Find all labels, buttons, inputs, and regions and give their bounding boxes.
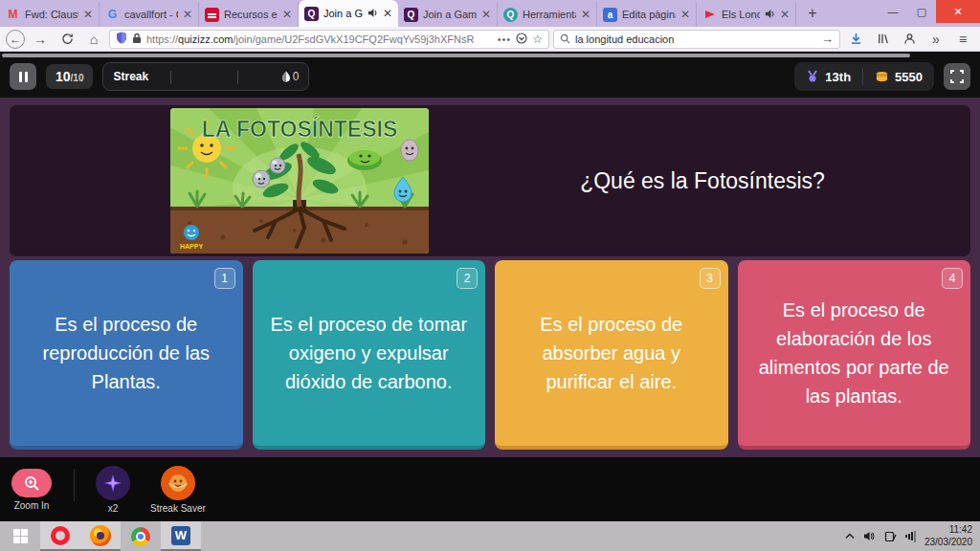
taskbar-opera[interactable]	[40, 521, 80, 551]
search-bar[interactable]: la longitud educacion →	[553, 30, 840, 49]
url-text: https://quizizz.com/join/game/U2FsdGVkX1…	[146, 33, 493, 45]
powerup-x2[interactable]: x2	[96, 466, 130, 514]
powerup-streak-saver[interactable]: Streak Saver	[150, 466, 206, 514]
volume-icon[interactable]	[863, 531, 876, 541]
tab-els-london[interactable]: Els London N ✕	[697, 2, 796, 27]
pocket-icon[interactable]	[516, 31, 527, 48]
taskbar-clock[interactable]: 11:42 23/03/2020	[924, 524, 972, 548]
gencat-icon	[205, 8, 219, 22]
page-actions-icon[interactable]: •••	[498, 33, 512, 45]
firefox-icon	[90, 525, 111, 546]
google-icon: G	[105, 8, 120, 22]
clock-date: 23/03/2020	[924, 537, 972, 549]
fullscreen-button[interactable]	[944, 63, 970, 90]
powerup-label: Streak Saver	[150, 503, 206, 514]
search-input-value[interactable]: la longitud educacion	[575, 33, 816, 45]
network-signal-icon[interactable]	[905, 531, 916, 542]
close-icon[interactable]: ✕	[383, 7, 392, 20]
browser-tab-bar: M Fwd: Claustres V ✕ G cavallfort - Cerc…	[0, 0, 980, 27]
tab-title: Herramientas d	[523, 9, 576, 20]
taskbar-word[interactable]: W	[161, 521, 201, 551]
tab-gmail[interactable]: M Fwd: Claustres V ✕	[0, 2, 100, 27]
option-number-badge: 4	[942, 268, 963, 289]
tab-gencat[interactable]: Recursos extern ✕	[199, 2, 299, 27]
pause-button[interactable]	[10, 63, 36, 90]
account-icon[interactable]	[898, 30, 921, 49]
close-icon[interactable]: ✕	[183, 8, 192, 21]
tab-audio-icon[interactable]	[368, 8, 378, 20]
windows-taskbar: W 11:42 23/03/2020	[0, 521, 980, 551]
svg-text:HAPPY: HAPPY	[180, 243, 203, 250]
close-icon[interactable]: ✕	[680, 8, 690, 21]
quizizz-q-icon: Q	[503, 8, 518, 22]
back-button[interactable]: ←	[6, 30, 25, 49]
option-text: Es el proceso de elaboración de los alim…	[751, 296, 958, 410]
close-icon[interactable]: ✕	[581, 8, 590, 21]
windows-logo-icon	[13, 529, 28, 543]
tray-chevron-icon[interactable]	[845, 533, 855, 540]
browser-nav-bar: ← → ⌂ https://quizizz.com/join/game/U2Fs…	[0, 27, 980, 52]
powerup-zoom-in[interactable]: Zoom In	[11, 469, 52, 511]
quiz-main: LA FOTOSÍNTESIS HAPPY ¿Qué es la Fotosín…	[0, 98, 980, 457]
taskbar-firefox[interactable]	[80, 521, 121, 551]
answer-option-4[interactable]: 4 Es el proceso de elaboración de los al…	[738, 260, 971, 450]
x2-sparkle-icon	[102, 473, 123, 494]
new-tab-button[interactable]: +	[796, 5, 829, 22]
answer-option-1[interactable]: 1 Es el proceso de reproducción de las P…	[10, 260, 243, 450]
powerup-label: Zoom In	[14, 500, 50, 511]
news-icon	[702, 8, 717, 22]
trophy-icon	[806, 70, 819, 83]
tab-title: Join a Game	[323, 8, 363, 19]
window-maximize-button[interactable]: ▢	[907, 0, 936, 23]
overflow-menu-icon[interactable]: »	[924, 30, 947, 49]
url-bar[interactable]: https://quizizz.com/join/game/U2FsdGVkX1…	[109, 30, 549, 49]
tab-join-a-game-active[interactable]: Q Join a Game ✕	[299, 0, 398, 27]
option-number-badge: 1	[214, 268, 235, 289]
tab-edita-pagina[interactable]: a Edita pàgina ‹ Es ✕	[597, 2, 697, 27]
streak-meter: Streak 0	[102, 62, 309, 91]
powerup-bar: Zoom In x2 Streak Saver	[0, 457, 980, 521]
bookmark-star-icon[interactable]: ☆	[532, 33, 543, 46]
close-icon[interactable]: ✕	[83, 8, 93, 21]
option-text: Es el proceso de tomar oxigeno y expulsa…	[266, 310, 473, 396]
taskbar-chrome[interactable]	[121, 521, 161, 551]
streak-label: Streak	[113, 70, 148, 83]
window-close-button[interactable]: ✕	[936, 0, 980, 23]
start-button[interactable]	[0, 521, 40, 551]
tab-audio-icon[interactable]	[765, 9, 775, 21]
option-text: Es el proceso de absorber agua y purific…	[508, 310, 715, 396]
answer-option-3[interactable]: 3 Es el proceso de absorber agua y purif…	[495, 260, 728, 450]
tab-join-a-game-2[interactable]: Q Join a Game - Q ✕	[398, 2, 498, 27]
tracking-shield-icon[interactable]	[116, 31, 127, 48]
window-minimize-button[interactable]: —	[879, 0, 907, 23]
home-button[interactable]: ⌂	[82, 30, 105, 49]
touch-keyboard-icon[interactable]	[884, 531, 897, 542]
streak-tick	[237, 71, 238, 84]
library-icon[interactable]	[871, 30, 894, 49]
streak-count: 0	[281, 70, 300, 83]
downloads-icon[interactable]	[844, 30, 867, 49]
reload-button[interactable]	[56, 30, 78, 49]
coins-icon	[875, 71, 889, 83]
opera-icon	[51, 526, 70, 545]
tab-title: Join a Game - Q	[423, 9, 477, 20]
tab-title: cavallfort - Cerc	[124, 9, 178, 20]
close-icon[interactable]: ✕	[481, 8, 491, 21]
forward-button[interactable]: →	[29, 30, 52, 49]
svg-text:LA FOTOSÍNTESIS: LA FOTOSÍNTESIS	[202, 116, 397, 142]
hamburger-menu-icon[interactable]: ≡	[951, 30, 974, 49]
answer-option-2[interactable]: 2 Es el proceso de tomar oxigeno y expul…	[253, 260, 486, 450]
search-go-icon[interactable]: →	[821, 32, 834, 46]
question-counter: 10/10	[46, 64, 93, 89]
tab-title: Fwd: Claustres V	[25, 9, 78, 20]
close-icon[interactable]: ✕	[780, 8, 790, 21]
tab-title: Els London N	[722, 9, 760, 20]
close-icon[interactable]: ✕	[282, 8, 292, 21]
rank-badge: 13th	[794, 70, 862, 84]
coins-badge: 5550	[863, 70, 934, 84]
word-icon: W	[171, 526, 190, 545]
tab-google-search[interactable]: G cavallfort - Cerc ✕	[100, 2, 199, 27]
score-badges: 13th 5550	[794, 62, 934, 91]
streak-saver-icon	[166, 471, 190, 496]
tab-herramientas[interactable]: Q Herramientas d ✕	[498, 2, 597, 27]
